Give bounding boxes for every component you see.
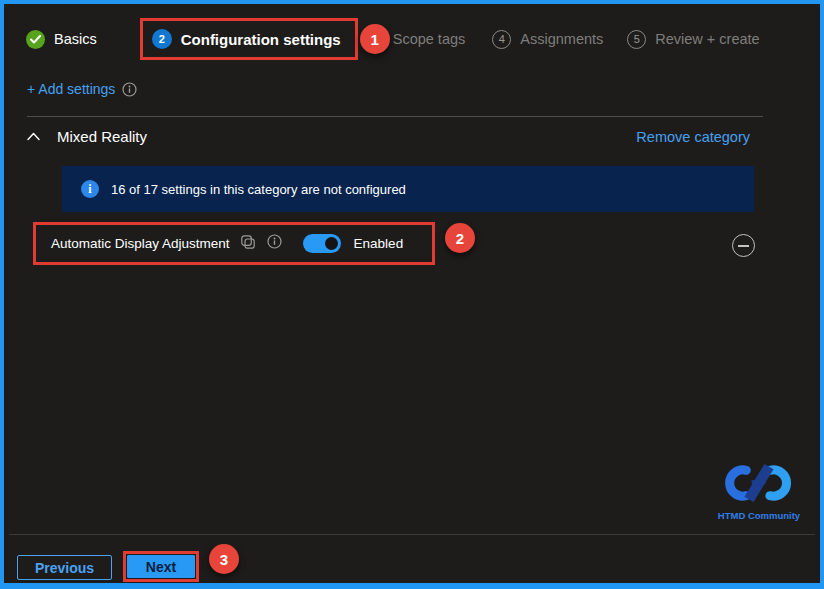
remove-setting-icon[interactable] <box>732 234 755 257</box>
info-banner-text: 16 of 17 settings in this category are n… <box>111 182 406 197</box>
info-icon[interactable] <box>267 234 282 253</box>
htmd-logo: HTMD Community <box>716 462 802 521</box>
footer-divider <box>9 534 815 535</box>
toggle-state-label: Enabled <box>354 236 404 251</box>
info-filled-icon: i <box>81 180 99 198</box>
step-basics-label: Basics <box>54 31 97 47</box>
info-icon[interactable] <box>122 82 137 97</box>
next-button[interactable]: Next <box>127 555 195 578</box>
annotation-box-configuration-settings: 2 Configuration settings <box>140 18 358 60</box>
category-name: Mixed Reality <box>57 128 147 145</box>
step-assignments[interactable]: 4 Assignments <box>492 30 603 49</box>
annotation-badge-3: 3 <box>209 544 239 574</box>
htmd-logo-icon <box>719 462 799 504</box>
step-review-create[interactable]: 5 Review + create <box>627 30 759 49</box>
chevron-up-icon[interactable] <box>27 132 40 141</box>
add-settings-link[interactable]: + Add settings <box>27 81 115 97</box>
setting-icons <box>240 234 282 254</box>
annotation-box-next: Next <box>123 551 199 582</box>
annotation-badge-2: 2 <box>445 223 475 253</box>
configuration-wizard-panel: Basics 2 Configuration settings 1 Scope … <box>0 0 824 589</box>
minus-bar <box>738 245 749 247</box>
wizard-steps: Basics 2 Configuration settings 1 Scope … <box>26 16 760 62</box>
annotation-badge-1: 1 <box>360 24 390 54</box>
add-settings: + Add settings <box>27 81 137 97</box>
category-header: Mixed Reality Remove category <box>27 128 750 145</box>
step-4-number-icon: 4 <box>492 30 511 49</box>
setting-name: Automatic Display Adjustment <box>51 236 230 251</box>
toggle-knob <box>325 237 338 250</box>
step-scope-tags-label: Scope tags <box>393 31 466 47</box>
check-icon <box>26 30 45 49</box>
step-5-number-icon: 5 <box>627 30 646 49</box>
htmd-logo-text: HTMD Community <box>716 510 802 521</box>
applicability-icon[interactable] <box>240 234 256 254</box>
step-configuration-settings-label: Configuration settings <box>181 31 341 48</box>
info-banner: i 16 of 17 settings in this category are… <box>62 166 754 212</box>
step-scope-tags[interactable]: Scope tags <box>393 31 466 47</box>
setting-toggle[interactable] <box>303 234 341 253</box>
previous-button[interactable]: Previous <box>17 555 112 580</box>
step-basics[interactable]: Basics <box>26 30 97 49</box>
remove-category-link[interactable]: Remove category <box>636 129 750 145</box>
step-configuration-settings[interactable]: 2 Configuration settings <box>152 29 341 49</box>
step-assignments-label: Assignments <box>520 31 603 47</box>
section-divider <box>27 116 763 117</box>
annotation-box-setting-row: Automatic Display Adjustment Enabled <box>33 222 435 265</box>
step-review-create-label: Review + create <box>655 31 759 47</box>
step-2-number-icon: 2 <box>152 29 172 49</box>
